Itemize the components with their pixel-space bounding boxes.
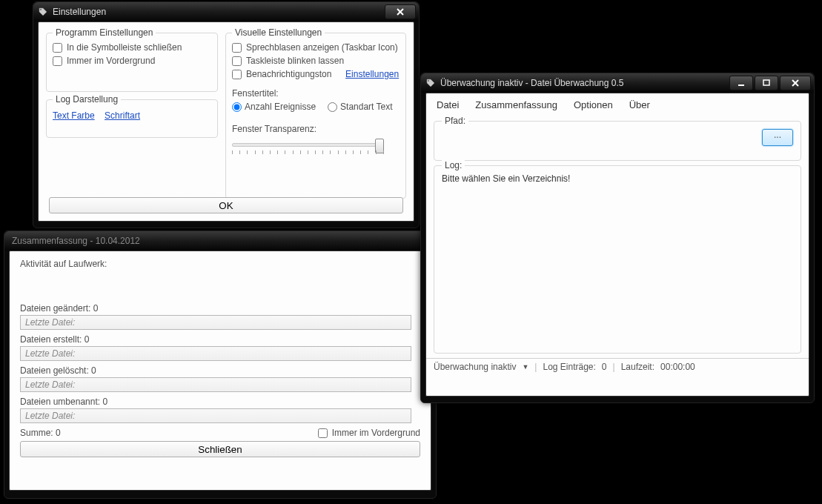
svg-point-0 xyxy=(40,9,42,10)
ok-button[interactable]: OK xyxy=(49,197,403,213)
transparency-slider[interactable] xyxy=(232,137,384,155)
font-link[interactable]: Schriftart xyxy=(105,110,140,121)
close-icon[interactable] xyxy=(780,76,811,90)
files-changed-last: Letzte Datei: xyxy=(20,315,411,330)
visual-settings-group: Visuelle Einstellungen Sprechblasen anze… xyxy=(225,33,406,199)
menu-summary[interactable]: Zusammenfassung xyxy=(475,99,557,110)
svg-rect-2 xyxy=(738,84,744,86)
radio-standard-text[interactable]: Standart Text xyxy=(328,102,393,112)
log-display-group: Log Darstellung Text Farbe Schriftart xyxy=(46,99,218,138)
log-label: Log: xyxy=(442,160,465,170)
program-settings-title: Programm Einstellungen xyxy=(53,27,156,38)
close-icon[interactable] xyxy=(385,4,416,19)
activity-label: Aktivität auf Laufwerk: xyxy=(20,259,420,269)
sound-checkbox[interactable]: Benachrichtigungston Einstellungen xyxy=(232,69,400,79)
menu-options[interactable]: Optionen xyxy=(574,99,613,110)
blink-checkbox[interactable]: Taskleiste blinken lassen xyxy=(232,56,400,66)
status-entries-value: 0 xyxy=(602,362,607,372)
main-window: Überwachung inaktiv - Datei Überwachung … xyxy=(420,73,815,403)
status-runtime-label: Laufzeit: xyxy=(621,362,654,372)
tag-icon xyxy=(425,78,436,88)
minimize-icon[interactable] xyxy=(729,76,753,90)
close-button[interactable]: Schließen xyxy=(20,441,420,457)
program-settings-group: Programm Einstellungen In die Symbolleis… xyxy=(46,33,218,92)
files-created-last: Letzte Datei: xyxy=(20,346,411,361)
summary-title: Zusammenfassung - 10.04.2012 xyxy=(12,236,140,246)
menu-about[interactable]: Über xyxy=(629,99,650,110)
path-group: Pfad: ... xyxy=(434,121,801,161)
menu-file[interactable]: Datei xyxy=(437,99,459,110)
settings-window: Einstellungen Programm Einstellungen In … xyxy=(33,1,420,228)
files-created-label: Dateien erstellt: 0 xyxy=(20,334,420,345)
settings-title: Einstellungen xyxy=(53,7,106,17)
status-entries-label: Log Einträge: xyxy=(543,362,595,372)
svg-rect-3 xyxy=(763,80,769,85)
radio-event-count[interactable]: Anzahl Ereignisse xyxy=(232,102,316,112)
tag-icon xyxy=(38,7,48,17)
files-deleted-last: Letzte Datei: xyxy=(20,377,411,392)
sum-label: Summe: 0 xyxy=(20,428,61,438)
path-label: Pfad: xyxy=(442,116,468,126)
status-state: Überwachung inaktiv xyxy=(434,362,516,372)
balloons-checkbox[interactable]: Sprechblasen anzeigen (Taskbar Icon) xyxy=(232,42,400,53)
summary-window: Zusammenfassung - 10.04.2012 Aktivität a… xyxy=(4,231,437,499)
transparency-label: Fenster Transparenz: xyxy=(232,124,400,134)
text-color-link[interactable]: Text Farbe xyxy=(53,110,95,121)
log-text: Bitte wählen Sie ein Verzeichnis! xyxy=(442,173,793,184)
svg-point-1 xyxy=(428,80,429,82)
status-runtime-value: 00:00:00 xyxy=(660,362,695,372)
files-changed-label: Dateien geändert: 0 xyxy=(20,303,420,314)
files-renamed-last: Letzte Datei: xyxy=(20,408,411,423)
sound-settings-link[interactable]: Einstellungen xyxy=(345,69,399,79)
main-title: Überwachung inaktiv - Datei Überwachung … xyxy=(440,78,623,88)
main-titlebar[interactable]: Überwachung inaktiv - Datei Überwachung … xyxy=(421,73,814,93)
summary-titlebar[interactable]: Zusammenfassung - 10.04.2012 xyxy=(4,231,436,251)
visual-settings-title: Visuelle Einstellungen xyxy=(232,27,325,38)
always-on-top-checkbox[interactable]: Immer im Vordergrund xyxy=(53,56,211,66)
log-group: Log: Bitte wählen Sie ein Verzeichnis! xyxy=(434,165,801,354)
log-display-title: Log Darstellung xyxy=(53,94,121,105)
summary-always-on-top-checkbox[interactable]: Immer im Vordergrund xyxy=(318,428,420,438)
window-title-label: Fenstertitel: xyxy=(232,88,400,99)
statusbar: Überwachung inaktiv ▼ | Log Einträge: 0 … xyxy=(426,358,809,375)
files-deleted-label: Dateien gelöscht: 0 xyxy=(20,365,420,376)
files-renamed-label: Dateien umbenannt: 0 xyxy=(20,397,420,407)
settings-titlebar[interactable]: Einstellungen xyxy=(33,2,419,21)
dropdown-icon[interactable]: ▼ xyxy=(522,363,528,371)
close-to-tray-checkbox[interactable]: In die Symbolleiste schließen xyxy=(53,42,211,53)
menubar: Datei Zusammenfassung Optionen Über xyxy=(426,93,809,116)
browse-button[interactable]: ... xyxy=(762,129,793,146)
maximize-icon[interactable] xyxy=(755,76,778,90)
